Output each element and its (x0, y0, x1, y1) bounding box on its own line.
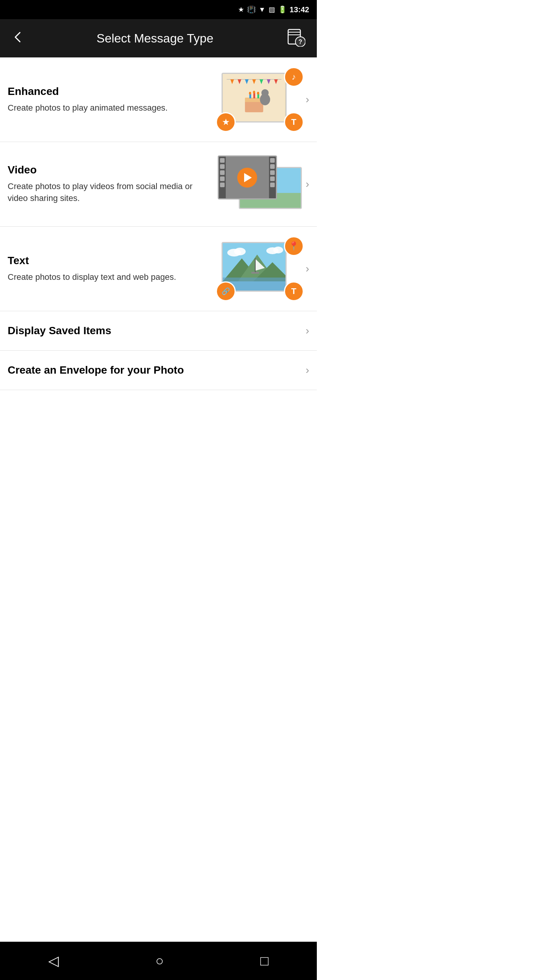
text-visual: 📍 🔗 T (218, 238, 302, 299)
text-option-description: Create photos to display text and web pa… (8, 271, 210, 283)
video-visual (218, 154, 302, 215)
enhanced-option[interactable]: Enhanced Create photos to play animated … (0, 57, 317, 142)
create-envelope-chevron: › (306, 364, 309, 376)
wifi-icon: ▼ (259, 6, 266, 14)
video-text: Video Create photos to play videos from … (8, 164, 218, 204)
text-option-chevron: › (306, 263, 309, 275)
svg-point-20 (253, 91, 255, 94)
video-title: Video (8, 164, 210, 176)
status-icons: ★ 📳 ▼ ▨ 🔋 13:42 (238, 5, 309, 14)
enhanced-title: Enhanced (8, 85, 210, 98)
create-envelope-option[interactable]: Create an Envelope for your Photo › (0, 351, 317, 390)
location-badge: 📍 (284, 236, 304, 256)
play-triangle-icon (244, 173, 252, 182)
video-description: Create photos to play videos from social… (8, 181, 210, 204)
svg-point-19 (249, 92, 251, 95)
svg-point-39 (273, 247, 283, 253)
star-badge: ★ (216, 112, 236, 132)
svg-rect-17 (253, 93, 255, 98)
play-button (237, 168, 257, 188)
text-badge: T (284, 112, 304, 132)
vibrate-icon: 📳 (247, 5, 256, 14)
status-bar: ★ 📳 ▼ ▨ 🔋 13:42 (0, 0, 317, 19)
battery-icon: 🔋 (278, 5, 287, 14)
enhanced-text: Enhanced Create photos to play animated … (8, 85, 218, 114)
enhanced-chevron: › (306, 93, 309, 106)
enhanced-description: Create photos to play animated messages. (8, 102, 210, 114)
back-button[interactable] (8, 27, 28, 50)
sim-icon: ▨ (269, 5, 275, 14)
link-badge: 🔗 (216, 281, 236, 301)
status-time: 13:42 (290, 5, 309, 14)
text-option[interactable]: Text Create photos to display text and w… (0, 227, 317, 311)
svg-rect-14 (245, 101, 263, 113)
text-option-text: Text Create photos to display text and w… (8, 255, 218, 283)
enhanced-visual: ♪ ★ T (218, 69, 302, 130)
header: Select Message Type ? (0, 19, 317, 57)
help-button[interactable]: ? (282, 24, 309, 53)
film-strip-left (219, 157, 226, 198)
music-badge: ♪ (284, 67, 304, 87)
svg-point-21 (257, 92, 259, 95)
star-icon: ★ (238, 5, 244, 14)
page-title: Select Message Type (28, 31, 282, 46)
text-option-title: Text (8, 255, 210, 267)
svg-text:?: ? (298, 39, 302, 45)
film-strip-right (269, 157, 276, 198)
create-envelope-title: Create an Envelope for your Photo (8, 364, 184, 376)
video-chevron: › (306, 178, 309, 190)
video-option[interactable]: Video Create photos to play videos from … (0, 142, 317, 227)
display-saved-chevron: › (306, 325, 309, 337)
content: Enhanced Create photos to play animated … (0, 57, 317, 390)
svg-point-23 (261, 89, 269, 96)
video-front-frame (218, 155, 277, 199)
svg-point-37 (234, 248, 246, 255)
text-t-badge: T (284, 281, 304, 301)
display-saved-option[interactable]: Display Saved Items › (0, 311, 317, 351)
display-saved-title: Display Saved Items (8, 325, 111, 337)
